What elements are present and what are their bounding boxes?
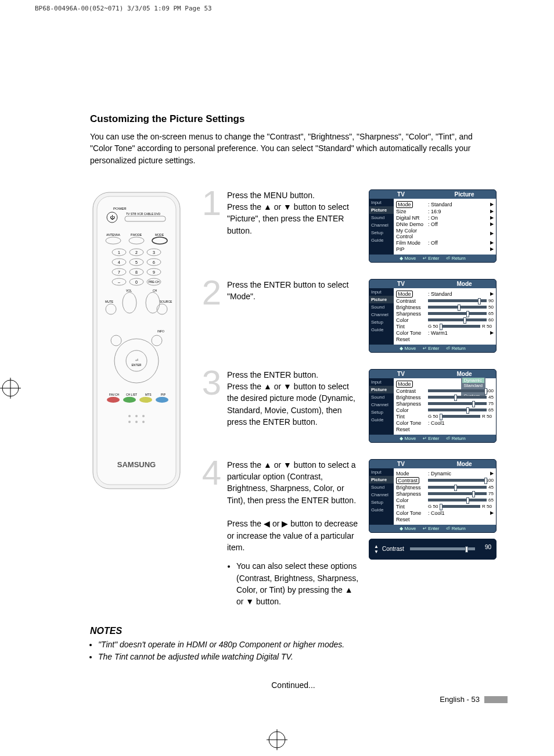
osd-nav-item: Channel bbox=[369, 491, 394, 499]
osd-row: Mode: Standard▶ bbox=[396, 201, 494, 208]
osd-row: Sharpness.bar[style*='75']::after{left:7… bbox=[396, 491, 494, 497]
svg-text:SAMSUNG: SAMSUNG bbox=[117, 460, 156, 469]
osd-nav-item: Channel bbox=[369, 221, 394, 229]
svg-point-65 bbox=[156, 397, 168, 403]
svg-text:6: 6 bbox=[153, 260, 155, 264]
svg-text:0: 0 bbox=[135, 280, 138, 284]
note-item: The Tint cannot be adjusted while watchi… bbox=[98, 651, 497, 663]
osd-nav-item: Sound bbox=[369, 483, 394, 491]
osd-row: Color Tone: Warm1▶ bbox=[396, 330, 494, 336]
svg-text:⏎: ⏎ bbox=[135, 359, 138, 362]
osd-row: Color Tone: Cool1 bbox=[396, 420, 494, 426]
osd-row: Color.bar[style*='65']::after{left:65%}6… bbox=[396, 497, 494, 503]
svg-point-63 bbox=[123, 397, 136, 403]
svg-text:1: 1 bbox=[118, 250, 120, 255]
osd-screen: TVMode InputPictureSoundChannelSetupGuid… bbox=[369, 369, 497, 443]
osd-nav-item: Setup bbox=[369, 409, 394, 416]
osd-row: Brightness.bar[style*='45']::after{left:… bbox=[396, 395, 494, 400]
svg-text:POWER: POWER bbox=[113, 207, 127, 210]
osd-row: Contrast.bar[style*='85']::after{left:85… bbox=[396, 298, 494, 304]
osd-row: Color Tone: Cool1▶ bbox=[396, 510, 494, 516]
step-text: Press the ENTER button.Press the ▲ or ▼ … bbox=[227, 369, 361, 449]
step-4: 4 Press the ▲ or ▼ button to select a pa… bbox=[200, 459, 497, 608]
svg-point-68 bbox=[142, 415, 145, 417]
osd-nav-item: Input bbox=[369, 288, 394, 296]
svg-text:CH: CH bbox=[153, 289, 157, 292]
svg-text:2: 2 bbox=[135, 250, 138, 255]
step-number: 1 bbox=[200, 186, 221, 268]
osd-row: Digital NR: On▶ bbox=[396, 215, 494, 221]
svg-rect-7 bbox=[97, 196, 176, 485]
osd-row: Contrast.bar[style*='100']::after{left:1… bbox=[396, 388, 494, 394]
svg-text:MTS: MTS bbox=[145, 393, 152, 396]
svg-text:PIP: PIP bbox=[161, 393, 166, 396]
osd-nav-item: Input bbox=[369, 378, 394, 386]
svg-point-70 bbox=[135, 421, 138, 423]
osd-row: DNIe Demo: Off▶ bbox=[396, 221, 494, 227]
osd-nav-item: Picture bbox=[369, 386, 394, 393]
osd-screen: TVMode InputPictureSoundChannelSetupGuid… bbox=[369, 459, 497, 533]
svg-text:FAV.CH: FAV.CH bbox=[109, 393, 120, 396]
osd-nav-item: Picture bbox=[369, 476, 394, 483]
osd-screen: TVMode InputPictureSoundChannelSetupGuid… bbox=[369, 279, 497, 353]
svg-text:MUTE: MUTE bbox=[105, 300, 114, 303]
osd-row: Mode: Standard▶ bbox=[396, 291, 494, 298]
svg-text:3: 3 bbox=[153, 250, 155, 255]
steps-container: 1 Press the MENU button.Press the ▲ or ▼… bbox=[200, 189, 497, 618]
osd-nav-item: Input bbox=[369, 468, 394, 476]
osd-row: My Color Control▶ bbox=[396, 228, 494, 239]
svg-text:–: – bbox=[118, 280, 120, 284]
step-number: 2 bbox=[200, 275, 221, 359]
svg-text:TV STB VCR CABLE DVD: TV STB VCR CABLE DVD bbox=[126, 212, 161, 216]
svg-point-64 bbox=[139, 397, 152, 403]
notes-heading: NOTES bbox=[90, 626, 497, 636]
notes-list: "Tint" doesn't operate in HDMI or 480p C… bbox=[98, 639, 497, 663]
svg-point-66 bbox=[128, 415, 131, 417]
svg-text:CH LIST: CH LIST bbox=[126, 393, 137, 396]
adjust-slider: ▲▼Contrast90 bbox=[369, 539, 497, 560]
step-text: Press the ENTER button to select "Mode". bbox=[227, 279, 361, 359]
osd-nav-item: Guide bbox=[369, 416, 394, 424]
svg-text:P.MODE: P.MODE bbox=[131, 233, 142, 237]
step-2: 2 Press the ENTER button to select "Mode… bbox=[200, 279, 497, 359]
step-number: 3 bbox=[200, 366, 221, 449]
note-item: "Tint" doesn't operate in HDMI or 480p C… bbox=[98, 639, 497, 651]
svg-point-71 bbox=[142, 421, 145, 423]
osd-nav-item: Sound bbox=[369, 214, 394, 221]
osd-row: Film Mode: Off▶ bbox=[396, 240, 494, 246]
svg-point-67 bbox=[135, 415, 138, 417]
osd-nav-item: Channel bbox=[369, 311, 394, 318]
svg-text:ANTENNA: ANTENNA bbox=[106, 233, 121, 237]
osd-row: Color.bar[style*='60']::after{left:60%}6… bbox=[396, 317, 494, 323]
step-1: 1 Press the MENU button.Press the ▲ or ▼… bbox=[200, 189, 497, 268]
osd-nav-item: Picture bbox=[369, 206, 394, 214]
osd-row: Contrast.bar[style*='100']::after{left:1… bbox=[396, 477, 494, 484]
svg-point-69 bbox=[128, 421, 131, 423]
step-text: Press the ▲ or ▼ button to select a part… bbox=[227, 459, 361, 608]
osd-screen: TVPicture InputPictureSoundChannelSetupG… bbox=[369, 189, 497, 263]
osd-nav-item: Guide bbox=[369, 506, 394, 514]
page-footer: English - 53 bbox=[440, 695, 508, 704]
osd-row: TintG 50R 50 bbox=[396, 414, 494, 420]
osd-row: Color.bar[style*='65']::after{left:65%}6… bbox=[396, 407, 494, 413]
svg-text:4: 4 bbox=[118, 260, 120, 264]
osd-row: Sharpness.bar[style*='65']::after{left:6… bbox=[396, 311, 494, 317]
page-title: Customizing the Picture Settings bbox=[90, 113, 497, 125]
svg-text:VOL: VOL bbox=[126, 289, 132, 292]
remote-illustration: POWER⏻ TV STB VCR CABLE DVD ANTENNAP.MOD… bbox=[90, 189, 183, 618]
osd-nav-item: Setup bbox=[369, 229, 394, 237]
svg-text:7: 7 bbox=[118, 270, 120, 274]
svg-text:ENTER: ENTER bbox=[132, 363, 142, 367]
print-header: BP68-00496A-00(052~071) 3/3/05 1:09 PM P… bbox=[35, 5, 212, 12]
crop-mark-bottom bbox=[267, 729, 287, 750]
svg-text:9: 9 bbox=[153, 270, 155, 274]
step-text: Press the MENU button.Press the ▲ or ▼ b… bbox=[227, 189, 361, 268]
osd-nav-item: Setup bbox=[369, 318, 394, 326]
osd-nav-item: Channel bbox=[369, 401, 394, 409]
continued-text: Continued... bbox=[90, 680, 497, 690]
intro-text: You can use the on-screen menus to chang… bbox=[90, 131, 497, 166]
osd-row: Reset bbox=[396, 517, 494, 522]
svg-text:INFO: INFO bbox=[157, 329, 164, 333]
svg-text:⏻: ⏻ bbox=[110, 215, 115, 220]
osd-row: PIP▶ bbox=[396, 246, 494, 252]
